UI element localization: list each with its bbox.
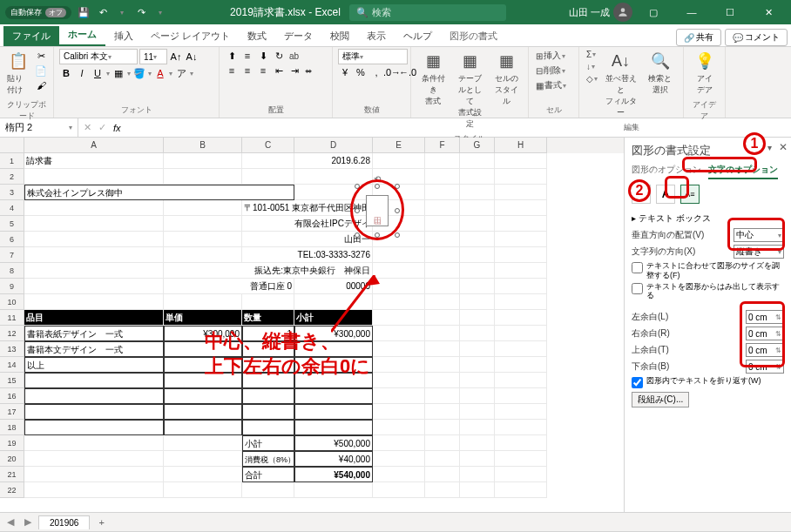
cell[interactable]: [164, 435, 242, 451]
tab-formulas[interactable]: 数式: [239, 26, 275, 46]
cell[interactable]: [460, 404, 495, 420]
cell[interactable]: [24, 373, 164, 388]
cell[interactable]: [294, 420, 373, 435]
cell[interactable]: [373, 279, 425, 294]
fx-icon[interactable]: fx: [113, 123, 121, 133]
row-header[interactable]: 1: [0, 153, 24, 169]
cell[interactable]: [164, 232, 242, 247]
cell[interactable]: [24, 404, 164, 420]
cell[interactable]: 小計: [294, 310, 373, 326]
cell[interactable]: [373, 357, 425, 373]
align-bottom-icon[interactable]: ⬇: [256, 49, 270, 63]
cell[interactable]: [495, 294, 547, 310]
row-header[interactable]: 2: [0, 169, 24, 185]
cell[interactable]: [425, 326, 460, 341]
cell[interactable]: [294, 388, 373, 404]
align-top-icon[interactable]: ⬆: [225, 49, 239, 63]
cell[interactable]: 小計: [242, 435, 294, 451]
cell[interactable]: [495, 169, 547, 185]
cell[interactable]: [495, 279, 547, 294]
cell[interactable]: [164, 420, 242, 435]
cell[interactable]: [460, 310, 495, 326]
cell[interactable]: [460, 216, 495, 232]
user-account[interactable]: 山田 一成: [569, 3, 632, 22]
cell[interactable]: 書籍本文デザイン 一式: [24, 341, 164, 357]
cell[interactable]: [425, 232, 460, 247]
cell[interactable]: [242, 341, 294, 357]
cell[interactable]: 品目: [24, 310, 164, 326]
cell[interactable]: [294, 373, 373, 388]
format-cells-button[interactable]: ▦ 書式 ▾: [534, 78, 568, 92]
cell[interactable]: [460, 169, 495, 185]
cell[interactable]: 2019.6.28: [294, 153, 373, 169]
merge-button[interactable]: ⬌: [303, 65, 314, 77]
close-button[interactable]: ✕: [751, 0, 786, 24]
minimize-button[interactable]: —: [674, 0, 709, 24]
orientation-icon[interactable]: ↻: [272, 49, 286, 63]
cell[interactable]: [242, 404, 294, 420]
cell[interactable]: [373, 326, 425, 341]
cell[interactable]: [495, 451, 547, 467]
cell[interactable]: [425, 482, 460, 498]
cell[interactable]: [242, 169, 294, 185]
cell[interactable]: [164, 404, 242, 420]
row-header[interactable]: 5: [0, 216, 24, 232]
row-header[interactable]: 16: [0, 388, 24, 404]
cell[interactable]: [24, 279, 164, 294]
cell[interactable]: [425, 373, 460, 388]
font-color-icon[interactable]: A: [153, 66, 167, 80]
cell[interactable]: [373, 404, 425, 420]
cell[interactable]: [164, 357, 242, 373]
cell[interactable]: [24, 451, 164, 467]
cell[interactable]: [495, 263, 547, 279]
autofit-checkbox[interactable]: [632, 262, 643, 273]
cell[interactable]: 数量: [242, 310, 294, 326]
cell[interactable]: [495, 388, 547, 404]
tab-data[interactable]: データ: [275, 26, 321, 46]
ideas-button[interactable]: 💡アイ デア: [689, 49, 720, 98]
row-header[interactable]: 17: [0, 404, 24, 420]
cell-styles-button[interactable]: ▦セルの スタイル: [490, 49, 523, 109]
cell[interactable]: 合計: [242, 467, 294, 482]
cell[interactable]: ¥300,000: [294, 326, 373, 341]
cell[interactable]: 振込先:東京中央銀行 神保日: [164, 263, 373, 279]
cell[interactable]: [294, 169, 373, 185]
cell[interactable]: [164, 482, 242, 498]
col-header-e[interactable]: E: [373, 138, 425, 153]
cell[interactable]: [460, 467, 495, 482]
cell[interactable]: [425, 169, 460, 185]
cell[interactable]: [495, 216, 547, 232]
format-as-table-button[interactable]: ▦テーブルとして 書式設定: [453, 49, 486, 131]
cell[interactable]: [164, 341, 242, 357]
cell[interactable]: 山田一: [242, 232, 373, 247]
col-header-d[interactable]: D: [294, 138, 373, 153]
align-center-icon[interactable]: ≡: [240, 64, 254, 77]
cell[interactable]: [164, 451, 242, 467]
cell[interactable]: [24, 388, 164, 404]
close-pane-button[interactable]: ✕: [779, 141, 788, 153]
border-icon[interactable]: ▦: [112, 66, 125, 80]
cell[interactable]: [425, 357, 460, 373]
cell[interactable]: [242, 357, 294, 373]
number-format-combo[interactable]: 標準 ▾: [338, 49, 408, 64]
cell[interactable]: [24, 420, 164, 435]
row-header[interactable]: 12: [0, 326, 24, 341]
cell[interactable]: [460, 247, 495, 263]
align-right-icon[interactable]: ≡: [256, 64, 270, 77]
cell[interactable]: TEL:03-3333-3276: [242, 247, 373, 263]
cell[interactable]: [460, 388, 495, 404]
phonetic-dropdown[interactable]: ▾: [190, 70, 193, 77]
row-header[interactable]: 7: [0, 247, 24, 263]
currency-icon[interactable]: ¥: [338, 65, 352, 79]
cell[interactable]: [460, 232, 495, 247]
cell[interactable]: [373, 467, 425, 482]
cell[interactable]: [495, 200, 547, 216]
cell[interactable]: [460, 185, 495, 200]
cut-icon[interactable]: ✂: [34, 49, 48, 63]
tab-pagelayout[interactable]: ページ レイアウト: [142, 26, 239, 46]
increase-decimal-icon[interactable]: .0→: [385, 65, 399, 79]
cell[interactable]: [24, 467, 164, 482]
find-select-button[interactable]: 🔍検索と 選択: [642, 49, 678, 98]
cell[interactable]: [164, 388, 242, 404]
cell[interactable]: [24, 263, 164, 279]
